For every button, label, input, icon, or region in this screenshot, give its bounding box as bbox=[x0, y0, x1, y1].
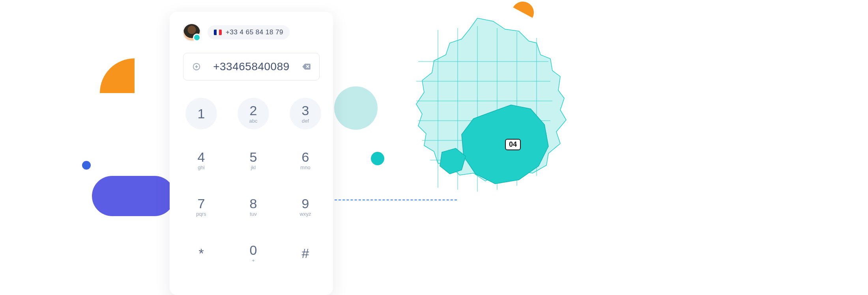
keypad-key-1[interactable]: 1 bbox=[183, 95, 219, 132]
dialer-card: +33 4 65 84 18 79 +33465840089 12abc3def… bbox=[170, 12, 333, 295]
decorative-shape-blue-dot bbox=[82, 161, 91, 170]
number-input-row: +33465840089 bbox=[183, 53, 320, 80]
keypad-letters: def bbox=[302, 118, 309, 124]
keypad-digit: 8 bbox=[250, 197, 257, 210]
keypad-digit: 5 bbox=[250, 150, 257, 164]
france-map bbox=[395, 14, 568, 196]
keypad-digit: * bbox=[198, 246, 204, 260]
keypad-letters: mno bbox=[300, 164, 310, 170]
decorative-shape-teal-bubble bbox=[334, 86, 378, 130]
caller-number-chip[interactable]: +33 4 65 84 18 79 bbox=[208, 25, 290, 39]
decorative-shape-purple-pill bbox=[92, 176, 175, 216]
avatar[interactable] bbox=[183, 24, 200, 41]
keypad: 12abc3def4ghi5jkl6mno7pqrs8tuv9wxyz*0+# bbox=[183, 95, 320, 271]
region-badge: 04 bbox=[505, 139, 521, 150]
keypad-key-2[interactable]: 2abc bbox=[235, 95, 271, 132]
keypad-digit: 3 bbox=[302, 104, 309, 117]
keypad-letters: + bbox=[252, 258, 255, 263]
keypad-digit: 6 bbox=[302, 150, 309, 164]
keypad-key-3[interactable]: 3def bbox=[287, 95, 324, 132]
keypad-letters: abc bbox=[249, 118, 258, 124]
dialed-number: +33465840089 bbox=[213, 60, 290, 73]
keypad-digit: 9 bbox=[302, 197, 309, 210]
dialer-header: +33 4 65 84 18 79 bbox=[183, 24, 320, 41]
keypad-letters: jkl bbox=[251, 164, 256, 170]
keypad-digit: # bbox=[302, 246, 309, 260]
keypad-key-#[interactable]: # bbox=[287, 235, 324, 271]
keypad-key-8[interactable]: 8tuv bbox=[235, 189, 271, 225]
keypad-key-9[interactable]: 9wxyz bbox=[287, 189, 324, 225]
keypad-digit: 4 bbox=[198, 150, 205, 164]
keypad-letters: ghi bbox=[198, 164, 204, 170]
keypad-key-0[interactable]: 0+ bbox=[235, 235, 271, 271]
keypad-digit: 2 bbox=[250, 104, 257, 117]
keypad-letters: tuv bbox=[250, 211, 256, 217]
keypad-key-5[interactable]: 5jkl bbox=[235, 142, 271, 178]
keypad-key-*[interactable]: * bbox=[183, 235, 219, 271]
decorative-shape-orange-quarter bbox=[100, 58, 135, 93]
keypad-letters: pqrs bbox=[196, 211, 206, 217]
keypad-digit: 0 bbox=[250, 243, 257, 257]
keypad-letters: wxyz bbox=[300, 211, 311, 217]
connector-line bbox=[335, 200, 457, 200]
keypad-key-4[interactable]: 4ghi bbox=[183, 142, 219, 178]
decorative-shape-teal-dot bbox=[371, 152, 384, 165]
keypad-key-7[interactable]: 7pqrs bbox=[183, 189, 219, 225]
keypad-digit: 1 bbox=[198, 107, 205, 120]
keypad-key-6[interactable]: 6mno bbox=[287, 142, 324, 178]
keypad-digit: 7 bbox=[198, 197, 205, 210]
flag-france-icon bbox=[214, 30, 222, 35]
add-contact-icon[interactable] bbox=[191, 62, 202, 72]
caller-number: +33 4 65 84 18 79 bbox=[226, 28, 283, 36]
backspace-icon[interactable] bbox=[301, 62, 311, 72]
